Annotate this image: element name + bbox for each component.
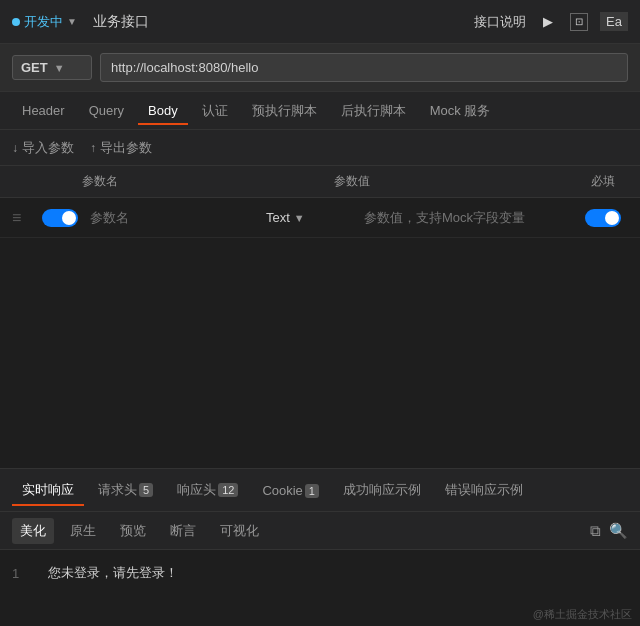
param-enable-toggle[interactable]	[42, 209, 78, 227]
resp-btn-raw[interactable]: 原生	[62, 518, 104, 544]
tab-auth[interactable]: 认证	[192, 96, 238, 126]
bottom-tab-request-headers[interactable]: 请求头5	[88, 475, 163, 505]
tab-body[interactable]: Body	[138, 97, 188, 124]
action-bar: ↓ 导入参数 ↑ 导出参数	[0, 130, 640, 166]
param-required-toggle[interactable]	[585, 209, 621, 227]
export-label: 导出参数	[100, 139, 152, 157]
bottom-tab-cookie[interactable]: Cookie1	[252, 477, 329, 504]
tab-mock[interactable]: Mock 服务	[420, 96, 501, 126]
params-header: 参数名 参数值 必填	[0, 166, 640, 198]
search-icon[interactable]: 🔍	[609, 522, 628, 540]
type-label: Text	[266, 210, 290, 225]
chevron-down-icon: ▼	[67, 16, 77, 27]
main-body	[0, 238, 640, 468]
type-chevron-icon: ▼	[294, 212, 305, 224]
top-bar-actions: 接口说明 ▶ ⊡ Ea	[474, 12, 628, 32]
bottom-tab-error-example[interactable]: 错误响应示例	[435, 475, 533, 505]
bottom-tab-success-example[interactable]: 成功响应示例	[333, 475, 431, 505]
cookie-badge: 1	[305, 484, 319, 498]
method-select[interactable]: GET ▼	[12, 55, 92, 80]
resp-btn-preview[interactable]: 预览	[112, 518, 154, 544]
export-btn[interactable]: ↑ 导出参数	[90, 139, 152, 157]
response-row: 1 您未登录，请先登录！	[12, 558, 628, 588]
ea-button[interactable]: Ea	[600, 12, 628, 31]
doc-label[interactable]: 接口说明	[474, 13, 526, 31]
tab-pre-script[interactable]: 预执行脚本	[242, 96, 327, 126]
drag-handle-icon[interactable]: ≡	[12, 209, 42, 227]
top-bar: 开发中 ▼ 业务接口 接口说明 ▶ ⊡ Ea	[0, 0, 640, 44]
import-label: 导入参数	[22, 139, 74, 157]
save-icon[interactable]: ⊡	[570, 13, 588, 31]
copy-icon[interactable]: ⧉	[590, 522, 601, 540]
line-number: 1	[12, 566, 32, 581]
param-name-input[interactable]	[82, 210, 266, 225]
table-row: ≡ Text ▼	[0, 198, 640, 238]
resp-btn-beautify[interactable]: 美化	[12, 518, 54, 544]
bottom-tab-realtime[interactable]: 实时响应	[12, 475, 84, 505]
api-title: 业务接口	[93, 13, 474, 31]
response-content: 1 您未登录，请先登录！	[0, 550, 640, 596]
export-icon: ↑	[90, 141, 96, 155]
method-chevron-icon: ▼	[54, 62, 65, 74]
col-required-header: 必填	[578, 173, 628, 190]
env-dot-icon	[12, 18, 20, 26]
response-toolbar: 美化 原生 预览 断言 可视化 ⧉ 🔍	[0, 512, 640, 550]
play-icon[interactable]: ▶	[538, 12, 558, 32]
request-headers-badge: 5	[139, 483, 153, 497]
tab-query[interactable]: Query	[79, 97, 134, 124]
tab-post-script[interactable]: 后执行脚本	[331, 96, 416, 126]
resp-btn-assert[interactable]: 断言	[162, 518, 204, 544]
param-value-input[interactable]	[356, 210, 578, 225]
tab-header[interactable]: Header	[12, 97, 75, 124]
url-input[interactable]	[100, 53, 628, 82]
response-headers-badge: 12	[218, 483, 238, 497]
watermark: @稀土掘金技术社区	[533, 607, 632, 622]
url-bar: GET ▼	[0, 44, 640, 92]
col-value-header: 参数值	[334, 173, 578, 190]
resp-btn-visual[interactable]: 可视化	[212, 518, 267, 544]
tab-bar: Header Query Body 认证 预执行脚本 后执行脚本 Mock 服务	[0, 92, 640, 130]
import-btn[interactable]: ↓ 导入参数	[12, 139, 74, 157]
import-icon: ↓	[12, 141, 18, 155]
method-label: GET	[21, 60, 48, 75]
bottom-tab-response-headers[interactable]: 响应头12	[167, 475, 248, 505]
response-text: 您未登录，请先登录！	[48, 564, 178, 582]
bottom-tab-bar: 实时响应 请求头5 响应头12 Cookie1 成功响应示例 错误响应示例	[0, 468, 640, 512]
type-select[interactable]: Text ▼	[266, 210, 356, 225]
env-label: 开发中	[24, 13, 63, 31]
col-name-header: 参数名	[82, 173, 244, 190]
env-badge[interactable]: 开发中 ▼	[12, 13, 77, 31]
